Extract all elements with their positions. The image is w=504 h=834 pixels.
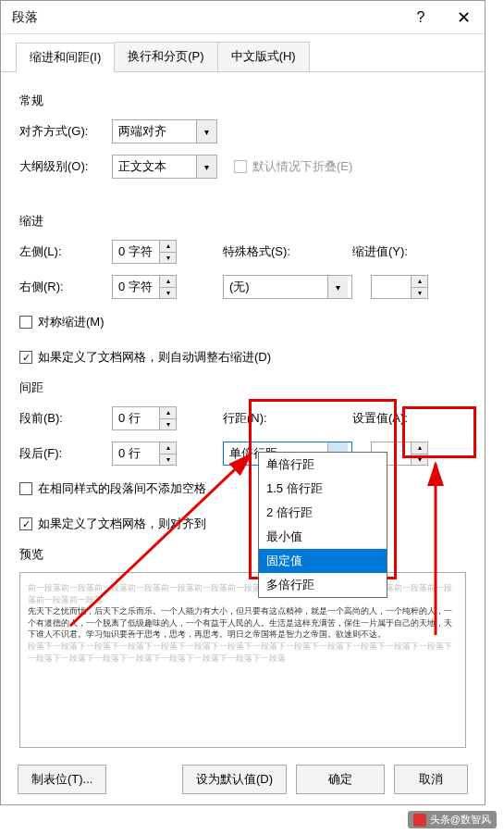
spin-down-icon[interactable]: ▾ bbox=[412, 288, 427, 299]
chevron-down-icon[interactable]: ▾ bbox=[196, 156, 216, 178]
spin-down-icon[interactable]: ▾ bbox=[160, 288, 176, 299]
set-default-button[interactable]: 设为默认值(D) bbox=[182, 765, 287, 794]
indent-right-label: 右侧(R): bbox=[19, 279, 112, 295]
dialog-footer: 制表位(T)... 设为默认值(D) 确定 取消 bbox=[1, 754, 485, 804]
spin-down-icon[interactable]: ▾ bbox=[160, 419, 176, 430]
spacing-heading: 间距 bbox=[19, 380, 466, 396]
mirror-indent-checkbox[interactable]: 对称缩进(M) bbox=[19, 314, 104, 330]
option-single[interactable]: 单倍行距 bbox=[259, 453, 387, 477]
spin-up-icon[interactable]: ▴ bbox=[160, 407, 176, 419]
annotation-box-set-value bbox=[402, 406, 476, 458]
indent-right-spinner[interactable]: ▴▾ bbox=[112, 275, 177, 299]
tab-indent-spacing[interactable]: 缩进和间距(I) bbox=[16, 43, 115, 72]
checkbox-icon[interactable] bbox=[19, 316, 32, 329]
option-multiple[interactable]: 多倍行距 bbox=[259, 573, 387, 597]
chevron-down-icon[interactable]: ▾ bbox=[196, 120, 216, 143]
tab-line-page-breaks[interactable]: 换行和分页(P) bbox=[114, 42, 217, 71]
spin-down-icon[interactable]: ▾ bbox=[160, 253, 176, 264]
indent-value-spinner[interactable]: ▴▾ bbox=[371, 275, 428, 299]
indent-value-input[interactable] bbox=[372, 276, 411, 298]
paragraph-dialog: 段落 ? ✕ 缩进和间距(I) 换行和分页(P) 中文版式(H) 常规 对齐方式… bbox=[0, 0, 486, 805]
watermark: 头条@数智风 bbox=[408, 811, 497, 828]
indent-left-spinner[interactable]: ▴▾ bbox=[112, 240, 177, 264]
outline-label: 大纲级别(O): bbox=[19, 158, 112, 175]
before-label: 段前(B): bbox=[19, 410, 112, 427]
spin-up-icon[interactable]: ▴ bbox=[160, 241, 176, 253]
before-input[interactable] bbox=[113, 407, 159, 429]
ok-button[interactable]: 确定 bbox=[296, 765, 385, 794]
spin-up-icon[interactable]: ▴ bbox=[160, 442, 176, 454]
line-spacing-dropdown[interactable]: 单倍行距 1.5 倍行距 2 倍行距 最小值 固定值 多倍行距 bbox=[258, 452, 387, 598]
watermark-logo-icon bbox=[413, 814, 426, 827]
checkbox-icon[interactable] bbox=[19, 351, 32, 364]
grid-align-checkbox[interactable]: 如果定义了文档网格，则对齐到 bbox=[19, 516, 206, 532]
checkbox-icon[interactable] bbox=[19, 482, 32, 495]
close-button[interactable]: ✕ bbox=[442, 1, 485, 34]
special-format-label: 特殊格式(S): bbox=[223, 243, 306, 260]
option-1-5[interactable]: 1.5 倍行距 bbox=[259, 477, 387, 501]
tab-asian-typography[interactable]: 中文版式(H) bbox=[217, 42, 310, 71]
titlebar: 段落 ? ✕ bbox=[1, 1, 485, 34]
checkbox-icon bbox=[234, 160, 247, 173]
align-combo[interactable]: ▾ bbox=[112, 119, 217, 143]
before-spinner[interactable]: ▴▾ bbox=[112, 406, 177, 430]
spin-up-icon[interactable]: ▴ bbox=[160, 276, 176, 288]
option-exactly[interactable]: 固定值 bbox=[259, 549, 387, 573]
option-at-least[interactable]: 最小值 bbox=[259, 525, 387, 549]
special-format-combo[interactable]: ▾ bbox=[223, 275, 352, 299]
spin-down-icon[interactable]: ▾ bbox=[160, 454, 176, 466]
general-heading: 常规 bbox=[19, 93, 466, 109]
after-label: 段后(F): bbox=[19, 445, 112, 462]
outline-input[interactable] bbox=[113, 156, 196, 178]
spin-up-icon[interactable]: ▴ bbox=[412, 276, 427, 288]
cancel-button[interactable]: 取消 bbox=[394, 765, 468, 794]
option-double[interactable]: 2 倍行距 bbox=[259, 501, 387, 525]
grid-indent-checkbox[interactable]: 如果定义了文档网格，则自动调整右缩进(D) bbox=[19, 349, 271, 366]
no-space-same-style-checkbox[interactable]: 在相同样式的段落间不添加空格 bbox=[19, 480, 206, 497]
checkbox-icon[interactable] bbox=[19, 517, 32, 530]
special-format-input[interactable] bbox=[224, 276, 327, 298]
dialog-title: 段落 bbox=[12, 9, 400, 26]
indent-value-label: 缩进值(Y): bbox=[352, 243, 408, 260]
preview-heading: 预览 bbox=[19, 546, 466, 563]
outline-combo[interactable]: ▾ bbox=[112, 155, 217, 179]
after-input[interactable] bbox=[113, 442, 159, 465]
align-label: 对齐方式(G): bbox=[19, 123, 112, 140]
indent-heading: 缩进 bbox=[19, 213, 466, 230]
tabs-button[interactable]: 制表位(T)... bbox=[18, 765, 106, 794]
indent-left-input[interactable] bbox=[113, 241, 159, 263]
indent-right-input[interactable] bbox=[113, 276, 159, 298]
preview-pane: 前一段落前一段落前一段落前一段落前一段落前一段落前一段落前一段落前一段落前一段落… bbox=[19, 572, 466, 748]
align-input[interactable] bbox=[113, 120, 196, 143]
indent-left-label: 左侧(L): bbox=[19, 243, 112, 260]
chevron-down-icon[interactable]: ▾ bbox=[327, 276, 348, 298]
collapse-checkbox: 默认情况下折叠(E) bbox=[234, 158, 352, 175]
after-spinner[interactable]: ▴▾ bbox=[112, 442, 177, 466]
tab-strip: 缩进和间距(I) 换行和分页(P) 中文版式(H) bbox=[1, 34, 485, 72]
help-button[interactable]: ? bbox=[400, 1, 442, 34]
